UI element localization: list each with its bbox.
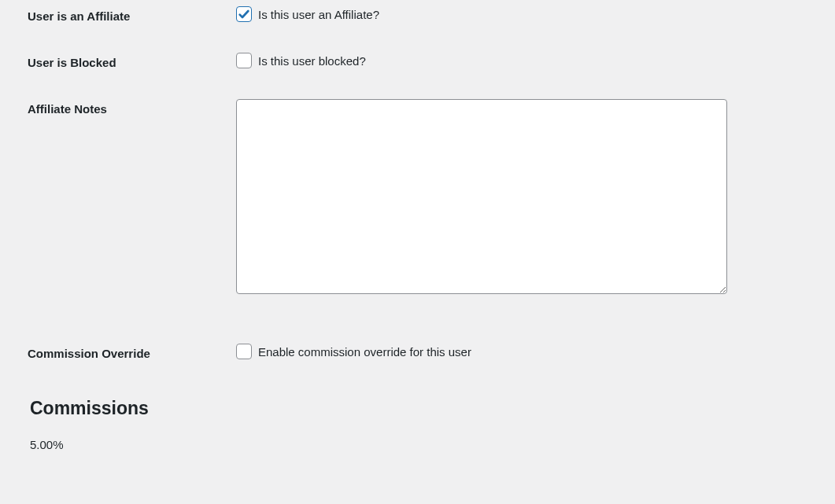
commission-override-label: Commission Override (0, 344, 236, 360)
commission-override-desc: Enable commission override for this user (258, 345, 471, 359)
user-is-affiliate-row: User is an Affiliate Is this user an Aff… (0, 0, 835, 46)
check-icon (238, 8, 250, 20)
affiliate-notes-row: Affiliate Notes (0, 93, 835, 337)
user-is-blocked-desc: Is this user blocked? (258, 54, 366, 68)
affiliate-notes-label: Affiliate Notes (0, 99, 236, 116)
user-is-blocked-label: User is Blocked (0, 53, 236, 69)
commission-override-checkbox[interactable] (236, 344, 252, 359)
commissions-heading: Commissions (30, 398, 835, 419)
user-is-affiliate-desc: Is this user an Affiliate? (258, 8, 379, 21)
user-is-affiliate-checkbox[interactable] (236, 6, 252, 22)
user-is-blocked-row: User is Blocked Is this user blocked? (0, 46, 835, 93)
affiliate-notes-textarea[interactable] (236, 99, 727, 294)
user-is-affiliate-label: User is an Affiliate (0, 6, 236, 23)
commissions-value: 5.00% (30, 438, 835, 451)
commissions-section: Commissions 5.00% (0, 384, 835, 451)
commission-override-row: Commission Override Enable commission ov… (0, 337, 835, 384)
user-is-blocked-checkbox[interactable] (236, 53, 252, 68)
